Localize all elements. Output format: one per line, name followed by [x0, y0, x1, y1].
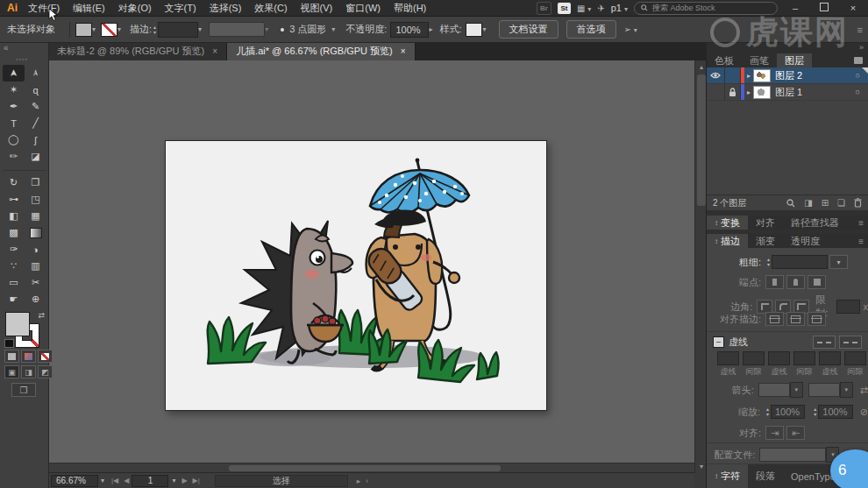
line-segment-tool[interactable]: ╱	[25, 115, 46, 131]
close-button[interactable]: ×	[842, 3, 864, 13]
panel-menu-icon[interactable]: ≡	[857, 25, 863, 35]
width-tool[interactable]: ⊶	[3, 191, 25, 208]
document-setup-button[interactable]: 文档设置	[499, 20, 559, 39]
maximize-button[interactable]	[813, 3, 836, 13]
minimize-button[interactable]: –	[784, 3, 807, 13]
zoom-dropdown-icon[interactable]: ▾	[101, 477, 104, 484]
menu-item-3[interactable]: 文字(T)	[165, 2, 196, 15]
align-arrow-tip-button[interactable]: ⇥	[765, 426, 784, 440]
locate-object-icon[interactable]	[786, 199, 795, 208]
layer-thumbnail[interactable]	[753, 69, 771, 82]
layer-row-0[interactable]: ▸图层 2○	[707, 67, 868, 84]
collapse-panel-icon[interactable]: ↕	[715, 472, 718, 480]
new-layer-icon[interactable]: ❏	[837, 198, 845, 208]
draw-inside-button[interactable]: ◩	[38, 365, 53, 378]
dash-input-5[interactable]	[844, 351, 866, 365]
adobe-stock-search-input[interactable]: 搜索 Adobe Stock	[634, 2, 778, 15]
free-transform-tool[interactable]: ◳	[25, 191, 46, 208]
delete-layer-icon[interactable]	[854, 198, 862, 208]
share-icon[interactable]: ✈	[597, 4, 604, 13]
weight-dropdown-icon[interactable]: ▾	[829, 255, 848, 269]
stroke-color-swatch[interactable]	[101, 23, 117, 37]
align-dash-button[interactable]	[839, 336, 862, 349]
expand-layer-icon[interactable]: ▸	[747, 72, 751, 80]
menu-item-1[interactable]: 编辑(E)	[73, 2, 105, 15]
align-outside-button[interactable]	[808, 312, 826, 326]
layer-name[interactable]: 图层 1	[775, 86, 856, 99]
clipping-mask-icon[interactable]: ◨	[804, 198, 812, 208]
swap-arrowheads-icon[interactable]: ⇄	[860, 385, 868, 396]
tab-字符[interactable]: ↕字符	[707, 464, 748, 488]
butt-cap-button[interactable]	[765, 275, 784, 289]
tab-对齐[interactable]: 对齐	[748, 216, 783, 230]
variable-width-profile[interactable]	[209, 22, 265, 37]
new-sublayer-icon[interactable]: ⊞	[822, 198, 829, 208]
arrowhead-end-select[interactable]: ▾	[808, 382, 853, 398]
fill-stroke-indicator[interactable]: ⇄	[4, 311, 45, 348]
align-arrow-end-button[interactable]: ⇤	[786, 426, 805, 440]
preferences-button[interactable]: 首选项	[566, 20, 616, 39]
status-expand-icon[interactable]: ▸	[357, 477, 361, 485]
round-cap-button[interactable]	[786, 275, 805, 289]
screen-mode-button[interactable]: ❐	[11, 383, 36, 397]
next-artboard-icon[interactable]: ▶	[181, 477, 187, 484]
fill-indicator[interactable]	[5, 312, 30, 336]
collapse-panel-icon[interactable]: ↕	[715, 219, 718, 227]
chevron-down-icon[interactable]: ▾	[265, 25, 268, 33]
shape-builder-tool[interactable]: ◧	[3, 208, 25, 224]
menu-item-0[interactable]: 文件(F)	[28, 2, 60, 15]
default-fill-stroke-icon[interactable]	[4, 339, 14, 348]
zoom-level-value[interactable]: 66.67%	[51, 475, 98, 487]
lasso-tool[interactable]: ɋ	[25, 81, 46, 98]
menu-item-7[interactable]: 窗口(W)	[345, 2, 381, 15]
eyedropper-tool[interactable]: ✑	[3, 241, 25, 258]
collapse-toolbar-icon[interactable]: «	[4, 43, 9, 53]
layer-name[interactable]: 图层 2	[775, 69, 856, 82]
magic-wand-tool[interactable]: ✶	[3, 81, 25, 98]
dash-input-3[interactable]	[793, 351, 815, 365]
menu-item-2[interactable]: 对象(O)	[118, 2, 152, 15]
pencil-tool[interactable]: ✏	[3, 148, 25, 165]
workspace-switcher-icon[interactable]: ▦ ▾	[577, 4, 591, 13]
visibility-toggle[interactable]	[707, 67, 725, 83]
artboard-dropdown-icon[interactable]: ▾	[172, 477, 175, 484]
direct-selection-tool[interactable]: ➢	[25, 65, 46, 81]
blend-tool[interactable]: ◑	[25, 241, 46, 258]
stroke-weight-value[interactable]	[158, 22, 198, 38]
last-artboard-icon[interactable]: ▶|	[193, 477, 200, 484]
expand-panels-icon[interactable]: »	[859, 43, 864, 52]
panel-menu-icon[interactable]: ≡	[858, 218, 864, 228]
chevron-down-icon[interactable]: ▾	[331, 25, 335, 33]
type-tool[interactable]: T	[3, 115, 25, 131]
style-swatch[interactable]	[466, 23, 482, 37]
isolate-selection-icon[interactable]: ➢ ▾	[624, 25, 637, 34]
dash-input-2[interactable]	[768, 351, 790, 365]
stock-icon[interactable]: St	[558, 3, 571, 14]
artboard-tool[interactable]: ▭	[3, 274, 25, 291]
prev-artboard-icon[interactable]: ◀	[124, 477, 129, 484]
link-scale-icon[interactable]: ⊘	[860, 407, 868, 418]
panel-menu-icon[interactable]	[854, 57, 863, 64]
projecting-cap-button[interactable]	[808, 275, 826, 289]
lock-toggle[interactable]	[725, 84, 741, 100]
column-graph-tool[interactable]: ▥	[25, 258, 46, 274]
arrowhead-start-select[interactable]: ▾	[758, 382, 803, 398]
collapse-panel-icon[interactable]: ↕	[715, 237, 718, 245]
status-collapse-icon[interactable]: ‹	[366, 477, 368, 485]
chevron-down-icon[interactable]: ▾	[198, 25, 202, 33]
lock-toggle[interactable]	[725, 67, 741, 83]
symbol-sprayer-tool[interactable]: ∵	[3, 258, 25, 274]
layer-row-1[interactable]: ▸图层 1○	[707, 84, 868, 101]
layer-thumbnail[interactable]	[753, 86, 771, 99]
target-circle-icon[interactable]: ○	[856, 88, 860, 96]
tab-路径查找器[interactable]: 路径查找器	[783, 216, 847, 230]
dash-input-1[interactable]	[743, 351, 765, 365]
canvas-area[interactable]	[48, 60, 694, 473]
horizontal-scrollbar-thumb[interactable]	[229, 465, 501, 471]
tab-图层[interactable]: 图层	[777, 53, 812, 67]
workspace-select[interactable]: p1 ▾	[611, 3, 628, 13]
chevron-down-icon[interactable]: ▾	[92, 25, 96, 33]
tab-色板[interactable]: 色板	[707, 53, 742, 67]
chevron-down-icon[interactable]: ▾	[117, 25, 121, 33]
fill-color-swatch[interactable]	[75, 23, 92, 37]
